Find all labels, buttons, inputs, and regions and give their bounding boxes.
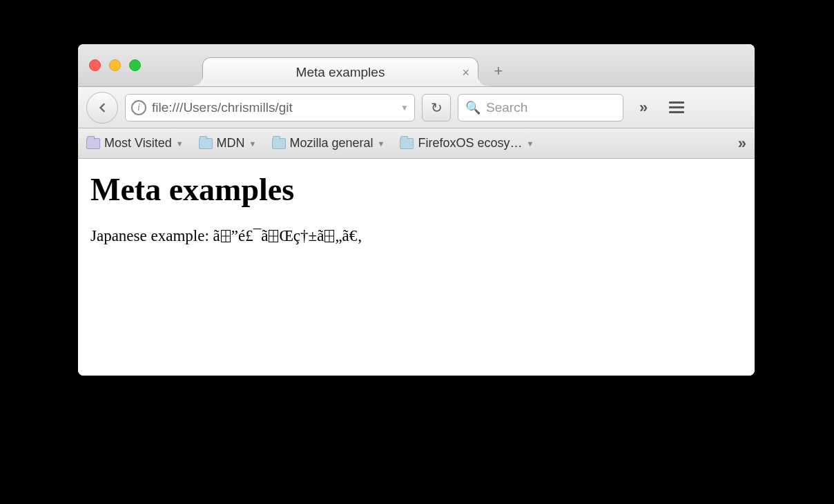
folder-icon	[86, 138, 100, 149]
search-placeholder: Search	[486, 100, 527, 115]
hamburger-menu-button[interactable]	[663, 95, 690, 121]
bookmark-firefoxos-ecosystem[interactable]: FirefoxOS ecosy… ▼	[400, 136, 534, 151]
new-tab-button[interactable]: +	[489, 61, 508, 81]
chevron-down-icon: ▼	[378, 139, 385, 148]
chevron-double-right-icon: »	[738, 135, 746, 152]
browser-tab[interactable]: Meta examples ×	[202, 57, 478, 86]
chevron-down-icon: ▼	[527, 139, 534, 148]
chevron-down-icon: ▼	[249, 139, 257, 148]
page-heading: Meta examples	[90, 171, 742, 208]
reload-icon: ↻	[431, 99, 443, 116]
search-bar[interactable]: 🔍 Search	[458, 94, 623, 122]
garbled-text: ã”é£¯ãŒç†±ã„ã€‚	[213, 227, 362, 244]
toolbar-overflow-button[interactable]: »	[630, 95, 657, 121]
tab-title: Meta examples	[224, 65, 457, 80]
navigation-toolbar: i file:///Users/chrismills/git ▼ ↻ 🔍 Sea…	[78, 87, 755, 128]
folder-icon	[199, 138, 213, 149]
bookmarks-overflow-button[interactable]: »	[738, 135, 746, 153]
replacement-char-icon	[221, 230, 231, 242]
back-button[interactable]	[86, 92, 118, 124]
back-arrow-icon	[95, 101, 109, 115]
close-tab-icon[interactable]: ×	[462, 65, 469, 79]
maximize-window-button[interactable]	[129, 59, 141, 71]
page-paragraph: Japanese example: ã”é£¯ãŒç†±ã„ã€‚	[90, 227, 742, 245]
minimize-window-button[interactable]	[109, 59, 121, 71]
page-content: Meta examples Japanese example: ã”é£¯ãŒç…	[78, 159, 755, 376]
folder-icon	[400, 138, 414, 149]
url-dropdown-icon[interactable]: ▼	[400, 103, 409, 113]
bookmark-label: FirefoxOS ecosy…	[418, 136, 522, 151]
bookmark-mdn[interactable]: MDN ▼	[199, 136, 257, 151]
site-info-icon[interactable]: i	[131, 100, 146, 115]
bookmarks-toolbar: Most Visited ▼ MDN ▼ Mozilla general ▼ F…	[78, 128, 755, 159]
replacement-char-icon	[324, 230, 334, 242]
bookmark-most-visited[interactable]: Most Visited ▼	[86, 136, 184, 151]
address-bar[interactable]: i file:///Users/chrismills/git ▼	[125, 94, 415, 122]
search-icon: 🔍	[465, 100, 481, 115]
folder-icon	[272, 138, 286, 149]
title-bar: Meta examples × +	[78, 44, 755, 87]
hamburger-icon	[669, 101, 684, 113]
url-text: file:///Users/chrismills/git	[152, 100, 395, 115]
window-controls	[89, 59, 141, 71]
close-window-button[interactable]	[89, 59, 101, 71]
paragraph-prefix: Japanese example:	[90, 227, 213, 244]
browser-window: Meta examples × + i file:///Users/chrism…	[78, 44, 755, 376]
chevron-down-icon: ▼	[176, 139, 184, 148]
chevron-double-right-icon: »	[639, 99, 648, 117]
bookmark-label: MDN	[217, 136, 245, 151]
replacement-char-icon	[269, 230, 278, 242]
bookmark-label: Mozilla general	[290, 136, 374, 151]
bookmark-label: Most Visited	[104, 136, 172, 151]
reload-button[interactable]: ↻	[422, 94, 451, 122]
bookmark-mozilla-general[interactable]: Mozilla general ▼	[272, 136, 385, 151]
